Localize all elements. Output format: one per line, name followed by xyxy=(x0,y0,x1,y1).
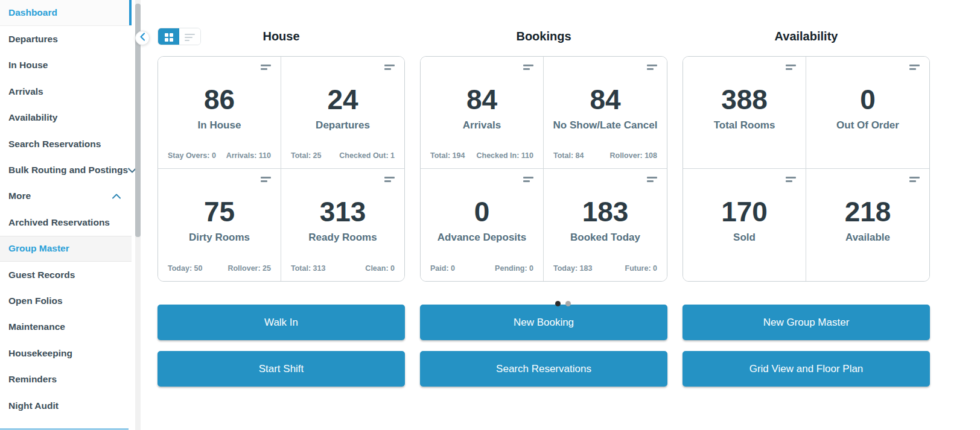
stat-footer: Total: 25 Checked Out: 1 xyxy=(291,151,395,160)
stat-value: 84 xyxy=(544,85,667,115)
stat-value: 86 xyxy=(158,85,281,115)
stat-value: 388 xyxy=(683,85,806,115)
section-title: Bookings xyxy=(420,29,667,44)
stat-value: 24 xyxy=(281,85,404,115)
stat-sections: House 86 In House Stay Overs: 0 Arrivals… xyxy=(145,0,980,387)
stat-card-total-rooms[interactable]: 388 Total Rooms xyxy=(683,57,806,169)
section-house: House 86 In House Stay Overs: 0 Arrivals… xyxy=(158,29,405,387)
stat-card-arrivals[interactable]: 84 Arrivals Total: 194 Checked In: 110 xyxy=(421,57,544,169)
menu-lines-icon[interactable] xyxy=(786,177,796,182)
stat-footer-right: Rollover: 25 xyxy=(228,264,271,273)
sidebar-item-label: Group Master xyxy=(8,243,69,254)
sidebar-item-dashboard[interactable]: Dashboard xyxy=(0,0,132,26)
sidebar-item-label: Dashboard xyxy=(8,7,57,18)
stat-label: Out Of Order xyxy=(806,119,929,131)
menu-lines-icon[interactable] xyxy=(647,177,657,182)
grid-view-icon xyxy=(165,33,173,42)
walk-in-button[interactable]: Walk In xyxy=(158,305,405,340)
sidebar-item-label: Night Audit xyxy=(8,400,59,411)
stat-footer-right: Checked Out: 1 xyxy=(339,151,395,160)
sidebar-item-in-house[interactable]: In House xyxy=(0,52,132,78)
sidebar-item-housekeeping[interactable]: Housekeeping xyxy=(0,340,132,366)
stat-footer-right: Checked In: 110 xyxy=(477,151,534,160)
chevron-up-icon xyxy=(112,194,121,199)
stat-footer-left: Total: 84 xyxy=(553,151,584,160)
stat-card-out-of-order[interactable]: 0 Out Of Order xyxy=(806,57,929,169)
stat-label: Sold xyxy=(683,232,806,244)
sidebar-item-reminders[interactable]: Reminders xyxy=(0,366,132,392)
menu-lines-icon[interactable] xyxy=(261,65,271,70)
stat-footer-left: Stay Overs: 0 xyxy=(168,151,216,160)
sidebar-item-label: Archived Reservations xyxy=(8,217,110,228)
sidebar-collapse-button[interactable] xyxy=(135,31,150,45)
stat-value: 0 xyxy=(806,85,929,115)
sidebar-item-arrivals[interactable]: Arrivals xyxy=(0,78,132,104)
sidebar-item-departures[interactable]: Departures xyxy=(0,26,132,52)
stat-footer: Total: 313 Clean: 0 xyxy=(291,264,395,273)
menu-lines-icon[interactable] xyxy=(786,65,796,70)
stat-value: 218 xyxy=(806,197,929,227)
stat-footer: Today: 50 Rollover: 25 xyxy=(168,264,271,273)
stat-label: No Show/Late Cancel xyxy=(544,119,667,131)
stat-value: 313 xyxy=(281,197,404,227)
sidebar-item-label: Search Reservations xyxy=(8,139,101,150)
sidebar-scrollbar-track xyxy=(135,0,141,430)
menu-lines-icon[interactable] xyxy=(523,65,533,70)
list-view-icon xyxy=(185,34,195,41)
carousel-dot[interactable] xyxy=(565,301,571,306)
search-reservations-button[interactable]: Search Reservations xyxy=(420,351,667,387)
stat-footer: Today: 183 Future: 0 xyxy=(553,264,657,273)
sidebar-item-maintenance[interactable]: Maintenance xyxy=(0,314,132,340)
stat-card-dirty-rooms[interactable]: 75 Dirty Rooms Today: 50 Rollover: 25 xyxy=(158,169,281,281)
sidebar-item-label: In House xyxy=(8,60,48,71)
stat-label: In House xyxy=(158,119,281,131)
stat-footer-left: Total: 313 xyxy=(291,264,325,273)
new-group-master-button[interactable]: New Group Master xyxy=(682,305,930,340)
stat-card-booked-today[interactable]: 183 Booked Today Today: 183 Future: 0 xyxy=(544,169,667,281)
stat-card-ready-rooms[interactable]: 313 Ready Rooms Total: 313 Clean: 0 xyxy=(281,169,404,281)
stat-footer-left: Total: 25 xyxy=(291,151,321,160)
stat-value: 183 xyxy=(544,197,667,227)
sidebar-item-search-reservations[interactable]: Search Reservations xyxy=(0,131,132,157)
stat-value: 0 xyxy=(421,197,543,227)
stat-footer-left: Today: 50 xyxy=(168,264,202,273)
sidebar-item-bulk-routing-and-postings[interactable]: Bulk Routing and Postings xyxy=(0,157,132,183)
sidebar-item-night-audit[interactable]: Night Audit xyxy=(0,393,132,419)
chevron-left-icon xyxy=(139,33,145,43)
sidebar-item-availability[interactable]: Availability xyxy=(0,105,132,131)
menu-lines-icon[interactable] xyxy=(909,177,920,182)
new-booking-button[interactable]: New Booking xyxy=(420,305,667,340)
sidebar-item-group-master[interactable]: Group Master xyxy=(0,236,132,262)
stat-label: Dirty Rooms xyxy=(158,232,281,244)
stat-card-departures[interactable]: 24 Departures Total: 25 Checked Out: 1 xyxy=(281,57,404,169)
stat-card-advance-deposits[interactable]: 0 Advance Deposits Paid: 0 Pending: 0 xyxy=(421,169,544,281)
stat-footer: Stay Overs: 0 Arrivals: 110 xyxy=(168,151,271,160)
stat-value: 75 xyxy=(158,197,281,227)
sidebar-item-guest-records[interactable]: Guest Records xyxy=(0,262,132,288)
stat-card-sold[interactable]: 170 Sold xyxy=(683,169,806,281)
menu-lines-icon[interactable] xyxy=(261,177,271,182)
menu-lines-icon[interactable] xyxy=(909,65,920,70)
sidebar-item-label: Availability xyxy=(8,112,57,123)
stat-card-no-show-late-cancel[interactable]: 84 No Show/Late Cancel Total: 84 Rollove… xyxy=(544,57,667,169)
sidebar-item-more[interactable]: More xyxy=(0,183,132,209)
stat-label: Ready Rooms xyxy=(281,232,404,244)
stat-label: Booked Today xyxy=(544,232,667,244)
menu-lines-icon[interactable] xyxy=(647,65,657,70)
sidebar-nav: Dashboard Departures In House Arrivals A… xyxy=(0,0,132,430)
menu-lines-icon[interactable] xyxy=(523,177,533,182)
availability-card-grid: 388 Total Rooms 0 Out Of Order 170 Sold … xyxy=(682,56,930,282)
stat-card-in-house[interactable]: 86 In House Stay Overs: 0 Arrivals: 110 xyxy=(158,57,281,169)
carousel-dot-active[interactable] xyxy=(555,301,561,306)
stat-footer-right: Clean: 0 xyxy=(365,264,395,273)
list-view-button[interactable] xyxy=(179,28,200,45)
sidebar-item-open-folios[interactable]: Open Folios xyxy=(0,288,132,314)
grid-view-floor-plan-button[interactable]: Grid View and Floor Plan xyxy=(682,351,930,387)
menu-lines-icon[interactable] xyxy=(384,65,395,70)
stat-card-available[interactable]: 218 Available xyxy=(806,169,929,281)
stat-footer: Total: 194 Checked In: 110 xyxy=(430,151,533,160)
menu-lines-icon[interactable] xyxy=(384,177,395,182)
sidebar-item-archived-reservations[interactable]: Archived Reservations xyxy=(0,209,132,235)
grid-view-button[interactable] xyxy=(158,28,179,45)
start-shift-button[interactable]: Start Shift xyxy=(158,351,405,387)
